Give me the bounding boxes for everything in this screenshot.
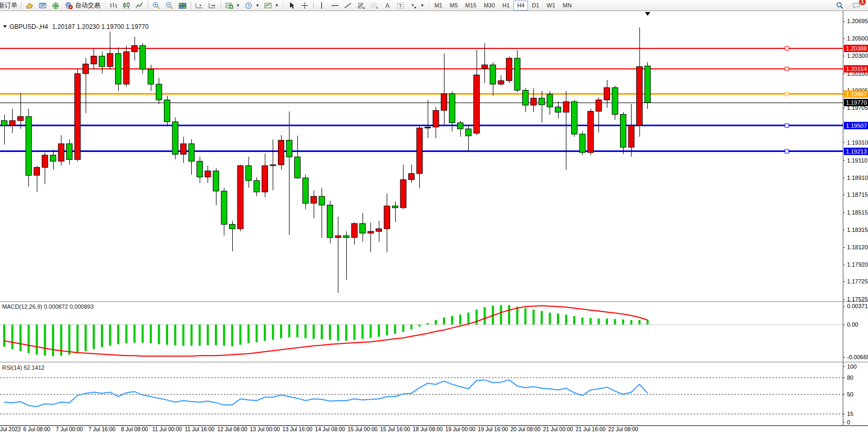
macd-histogram-bar: [288, 324, 291, 338]
svg-text:F: F: [376, 6, 378, 9]
search-button[interactable]: [833, 1, 846, 10]
hline-handle[interactable]: [785, 47, 789, 50]
chart-shift-button[interactable]: [206, 1, 219, 10]
bar-chart-button[interactable]: [107, 1, 120, 10]
macd-histogram-bar: [150, 324, 152, 343]
candle: [572, 100, 577, 137]
macd-histogram-bar: [378, 324, 380, 337]
autotrading-label: 自动交易: [75, 1, 100, 10]
timeframe-W1[interactable]: W1: [543, 1, 559, 11]
hline-handle[interactable]: [785, 124, 789, 127]
price-tick-label: 1.20695: [847, 18, 868, 24]
templates-button[interactable]: ▼: [262, 1, 281, 10]
macd-histogram-bar: [166, 324, 168, 345]
macd-histogram-bar: [280, 324, 282, 338]
timeframe-M1[interactable]: M1: [431, 1, 446, 11]
time-axis-label: 6 Jul 08:00: [23, 426, 50, 432]
hline-handle[interactable]: [785, 67, 789, 71]
timeframe-D1[interactable]: D1: [528, 1, 543, 11]
macd-histogram-bar: [402, 324, 405, 332]
price-badge-label: 1.19867: [846, 91, 867, 97]
macd-histogram-bar: [247, 324, 250, 343]
macd-histogram-bar: [410, 324, 412, 329]
zoom-out-button[interactable]: [163, 1, 176, 10]
separator: [313, 2, 314, 9]
horizontal-line-button[interactable]: [328, 1, 342, 10]
macd-histogram-bar: [606, 319, 608, 324]
macd-histogram-bar: [296, 324, 298, 338]
timeframe-H1[interactable]: H1: [499, 1, 513, 11]
rsi-tick-label: 50: [847, 391, 853, 398]
vertical-line-button[interactable]: [315, 1, 328, 10]
macd-histogram-bar: [631, 320, 633, 325]
time-axis-label: 19 Jul 00:00: [445, 426, 475, 432]
candle: [507, 56, 512, 84]
navigator-button[interactable]: [49, 1, 63, 10]
timeframe-M15[interactable]: M15: [461, 1, 480, 11]
timeframe-M30[interactable]: M30: [480, 1, 499, 11]
zoom-in-button[interactable]: [150, 1, 163, 10]
timeframe-H4[interactable]: H4: [513, 1, 528, 11]
indicators-button[interactable]: ▼: [223, 1, 242, 10]
new-order-button[interactable]: 新订单: [0, 1, 19, 10]
macd-histogram-bar: [386, 324, 388, 336]
candle: [164, 96, 170, 126]
top-toolbar: 新订单 自动交易 ▼ ▼: [0, 0, 868, 11]
fibonacci-button[interactable]: E: [355, 1, 368, 10]
arrows-button[interactable]: ▼: [407, 1, 427, 10]
price-tick-label: 1.18120: [847, 244, 868, 250]
horizontal-line-icon: [330, 2, 339, 9]
fibonacci-icon: E: [357, 2, 366, 9]
text-icon: A: [383, 2, 392, 9]
toolbar-grip: [282, 2, 284, 9]
time-axis-label: 20 Jul 08:00: [510, 426, 540, 432]
timeframe-M5[interactable]: M5: [446, 1, 461, 11]
macd-histogram-bar: [370, 324, 372, 338]
hline-handle[interactable]: [785, 92, 789, 96]
candle: [645, 62, 650, 108]
macd-histogram-bar: [158, 324, 160, 344]
candle: [580, 131, 585, 155]
candlestick-button[interactable]: [120, 1, 133, 10]
macd-histogram-bar: [264, 324, 266, 341]
market-watch-button[interactable]: [36, 1, 49, 10]
rsi-indicator-label: RSI(14) 52.1412: [2, 364, 45, 371]
candle: [172, 117, 178, 159]
fibo-grid-button[interactable]: F: [368, 1, 381, 10]
macd-histogram-bar: [101, 324, 103, 347]
chart-profile-icon[interactable]: [23, 1, 36, 10]
line-chart-button[interactable]: [133, 1, 146, 10]
autotrading-button[interactable]: 自动交易: [63, 1, 102, 10]
hline-handle[interactable]: [785, 149, 789, 153]
macd-histogram-bar: [638, 320, 640, 325]
price-badge-label: 1.19213: [846, 148, 867, 155]
time-axis-label: 22 Jul 08:00: [608, 426, 638, 432]
macd-histogram-bar: [117, 324, 119, 344]
macd-histogram-bar: [516, 307, 519, 324]
tile-windows-button[interactable]: [176, 1, 189, 10]
price-tick-label: 1.20300: [847, 53, 868, 59]
macd-histogram-bar: [435, 320, 437, 325]
macd-histogram-bar: [524, 308, 526, 324]
macd-histogram-bar: [565, 314, 567, 324]
text-button[interactable]: A: [381, 1, 394, 10]
candle: [278, 135, 284, 170]
crosshair-button[interactable]: [298, 1, 312, 10]
text-label-button[interactable]: T: [394, 1, 407, 10]
price-tick-label: 1.18515: [847, 209, 868, 216]
cursor-button[interactable]: [285, 1, 298, 10]
price-tick-label: 1.18910: [847, 175, 868, 181]
periods-button[interactable]: ▼: [242, 1, 262, 10]
trendline-button[interactable]: [342, 1, 355, 10]
auto-scroll-button[interactable]: [193, 1, 206, 10]
chat-button[interactable]: 1: [850, 1, 863, 10]
timeframe-MN[interactable]: MN: [559, 1, 575, 11]
search-icon: [835, 2, 844, 9]
chart-window[interactable]: 1.206951.205001.203001.201001.199051.197…: [0, 11, 868, 437]
macd-histogram-bar: [305, 324, 307, 338]
macd-histogram-bar: [93, 324, 95, 349]
clock-icon: [244, 2, 253, 9]
zoom-in-icon: [152, 2, 161, 9]
time-axis-label: 12 Jul 08:00: [217, 426, 247, 432]
dropdown-caret: ▼: [420, 3, 425, 8]
